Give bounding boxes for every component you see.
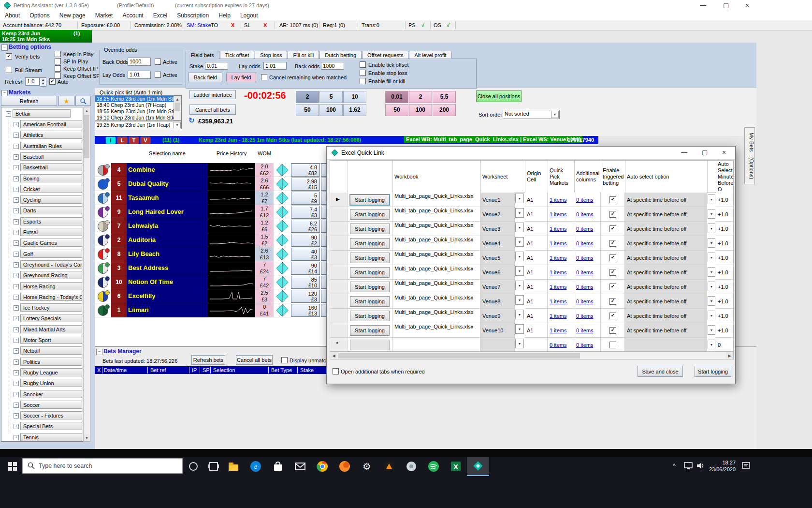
- refresh-balance-icon[interactable]: ↻: [188, 116, 195, 125]
- tab-fill-or-kill[interactable]: Fill or kill: [288, 51, 319, 59]
- menu-item-subscription[interactable]: Subscription: [172, 12, 214, 19]
- tree-node-cricket[interactable]: Cricket: [20, 185, 82, 193]
- back-stake-button-50[interactable]: 50: [296, 104, 319, 116]
- quick-pick-items-link[interactable]: 1 items: [550, 284, 566, 290]
- triggered-betting-checkbox[interactable]: ✓: [609, 342, 616, 348]
- tree-expand-icon[interactable]: +: [14, 295, 19, 300]
- start-logging-button[interactable]: Start logging: [350, 311, 390, 321]
- close-all-positions-button[interactable]: Close all positions: [476, 90, 522, 102]
- t-button[interactable]: T: [129, 136, 139, 144]
- runner-name[interactable]: Long Haired Lover: [127, 205, 208, 219]
- dialog-close-button[interactable]: ×: [722, 149, 726, 156]
- v-button[interactable]: V: [140, 136, 151, 144]
- keep-offset-ip-checkbox[interactable]: ✓: [55, 65, 61, 72]
- tree-expand-icon[interactable]: +: [14, 403, 19, 408]
- additional-items-link[interactable]: 0 items: [576, 313, 593, 319]
- back-field-button[interactable]: Back field: [188, 73, 222, 82]
- diamond-cell[interactable]: [274, 289, 291, 303]
- additional-items-link[interactable]: 0 items: [576, 255, 593, 261]
- quick-pick-items-link[interactable]: 1 items: [550, 299, 566, 304]
- tree-node-netball[interactable]: Netball: [20, 346, 82, 355]
- full-stream-checkbox[interactable]: ✓: [6, 67, 12, 73]
- taskbar-icon-edge[interactable]: e: [245, 457, 267, 476]
- runner-name[interactable]: Notion Of Time: [127, 275, 208, 289]
- additional-items-link[interactable]: 0 items: [576, 299, 593, 304]
- bets-manager-collapse[interactable]: −: [96, 349, 102, 355]
- lay-stake-button-0.01[interactable]: 0.01: [385, 91, 408, 103]
- triggered-betting-checkbox[interactable]: ✓: [609, 196, 616, 203]
- triggered-betting-checkbox[interactable]: ✓: [609, 211, 616, 218]
- tree-expand-icon[interactable]: +: [14, 219, 19, 224]
- chevron-down-icon[interactable]: ▼: [174, 122, 181, 128]
- tree-node-snooker[interactable]: Snooker: [20, 390, 82, 398]
- tree-node-horse-racing[interactable]: Horse Racing: [20, 282, 82, 290]
- start-logging-button[interactable]: Start logging: [350, 253, 390, 263]
- diamond-cell[interactable]: [274, 205, 291, 219]
- tree-expand-icon[interactable]: +: [14, 252, 19, 257]
- auto-select-dropdown-icon[interactable]: ▼: [708, 296, 715, 306]
- auto-select-dropdown-icon[interactable]: ▼: [708, 209, 715, 219]
- taskbar-icon-excel[interactable]: X: [445, 457, 467, 476]
- quick-pick-items-link[interactable]: 1 items: [550, 269, 566, 275]
- additional-items-link[interactable]: 0 items: [576, 211, 593, 217]
- tree-node-basketball[interactable]: Basketball: [20, 163, 82, 171]
- volume-icon[interactable]: [696, 462, 706, 471]
- worksheet-dropdown-icon[interactable]: ▼: [515, 295, 524, 305]
- enable-tick-offset-checkbox[interactable]: ✓: [360, 61, 366, 68]
- info-button[interactable]: i: [105, 136, 116, 144]
- tree-node-american-football[interactable]: American Football: [20, 120, 82, 128]
- tree-expand-icon[interactable]: +: [14, 284, 19, 289]
- dialog-minimize-button[interactable]: —: [681, 149, 687, 156]
- triggered-betting-checkbox[interactable]: ✓: [609, 298, 616, 305]
- quick-pick-item[interactable]: 18:40 Chep 23rd Jun (7f Hcap): [95, 102, 181, 108]
- favourites-star-icon[interactable]: ★: [58, 96, 74, 106]
- verify-bets-checkbox[interactable]: ✓: [6, 53, 12, 60]
- start-logging-button[interactable]: Start logging: [350, 325, 390, 336]
- tree-expand-icon[interactable]: +: [14, 316, 19, 321]
- back-stake-button-5[interactable]: 5: [319, 91, 343, 103]
- scroll-left-icon[interactable]: ◀: [330, 352, 337, 359]
- diamond-cell[interactable]: [274, 275, 291, 289]
- additional-items-link[interactable]: 0 items: [576, 342, 593, 348]
- tab-alt-level-profit[interactable]: Alt level profit: [409, 51, 451, 59]
- dialog-maximize-button[interactable]: ▢: [702, 149, 708, 156]
- action-center-icon[interactable]: [741, 462, 751, 471]
- runner-name[interactable]: Combine: [127, 163, 208, 177]
- back-price-button[interactable]: 85£10: [291, 276, 320, 289]
- tree-expand-icon[interactable]: +: [14, 208, 19, 213]
- quick-pick-item[interactable]: 19:10 Chep 23rd Jun (1m Mdn Stks): [95, 115, 181, 121]
- tree-expand-icon[interactable]: +: [14, 187, 19, 192]
- back-odds-active-checkbox[interactable]: ✓: [155, 59, 161, 65]
- runner-name[interactable]: Excelfilly: [127, 289, 208, 303]
- tab-tick-offset[interactable]: Tick offset: [220, 51, 255, 59]
- dialog-hscrollbar[interactable]: ◀ ▶: [330, 352, 734, 359]
- worksheet-dropdown-icon[interactable]: ▼: [515, 194, 524, 203]
- worksheet-value[interactable]: Venue6: [480, 265, 514, 275]
- menu-item-market[interactable]: Market: [90, 12, 118, 19]
- keep-in-play-checkbox[interactable]: ✓: [55, 51, 61, 57]
- back-price-button[interactable]: 2.98£15: [291, 178, 320, 191]
- worksheet-value[interactable]: Venue3: [480, 222, 514, 232]
- back-price-button[interactable]: 40£3: [291, 248, 320, 261]
- worksheet-dropdown-icon[interactable]: ▼: [515, 310, 524, 319]
- runner-name[interactable]: Auditoria: [127, 233, 208, 247]
- runner-name[interactable]: Lehwaiyla: [127, 219, 208, 233]
- runner-name[interactable]: Tasaamuh: [127, 191, 208, 205]
- diamond-cell[interactable]: [274, 219, 291, 233]
- tree-node-gaelic-games[interactable]: Gaelic Games: [20, 239, 82, 247]
- taskbar-icon-firefox[interactable]: [334, 457, 356, 476]
- quick-pick-items-link[interactable]: 1 items: [550, 240, 566, 246]
- diamond-cell[interactable]: [274, 177, 291, 191]
- tab-field-bets[interactable]: Field bets: [186, 51, 219, 59]
- my-bets-side-tab[interactable]: My Bets (Options): [744, 127, 755, 184]
- lay-stake-button-200[interactable]: 200: [433, 104, 456, 116]
- diamond-cell[interactable]: [274, 233, 291, 247]
- scroll-up-icon[interactable]: ▲: [84, 107, 90, 114]
- tree-node-motor-sport[interactable]: Motor Sport: [20, 336, 82, 344]
- tray-chevron-icon[interactable]: ^: [673, 463, 676, 469]
- scroll-right-icon[interactable]: ▶: [726, 352, 733, 359]
- menu-item-new-page[interactable]: New page: [55, 12, 90, 19]
- tree-expand-icon[interactable]: +: [14, 165, 19, 170]
- quick-pick-items-link[interactable]: 0 items: [550, 342, 566, 348]
- quick-pick-item[interactable]: 18:25 Kemp 23rd Jun (1m Mdn Stks): [95, 96, 181, 102]
